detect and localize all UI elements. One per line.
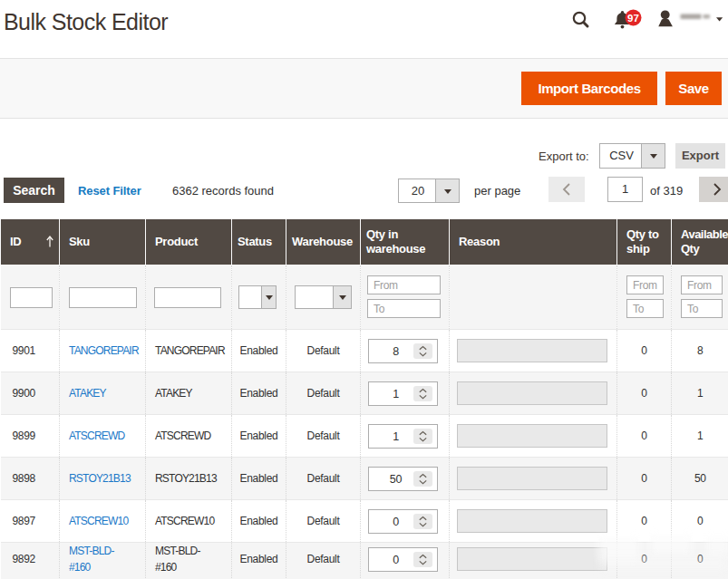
svg-text:97: 97 — [627, 13, 639, 24]
